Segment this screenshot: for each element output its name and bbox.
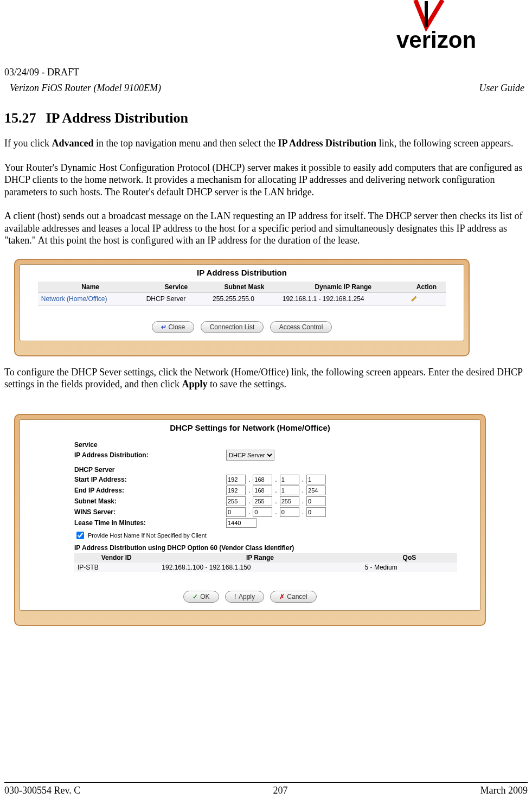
subnet-field: . . . [226, 496, 326, 506]
lease-label: Lease Time in Minutes: [74, 519, 226, 527]
opt60-col-vendor: Vendor ID [74, 553, 158, 563]
panel2-title: DHCP Settings for Network (Home/Office) [20, 420, 480, 437]
col-service: Service [143, 282, 209, 293]
section-heading: 15.27IP Address Distribution [4, 110, 528, 126]
footer-page: 207 [273, 785, 287, 796]
range-cell: 192.168.1.1 - 192.168.1.254 [279, 292, 407, 305]
service-cell: DHCP Server [143, 292, 209, 305]
wins-3[interactable] [280, 507, 299, 517]
wins-label: WINS Server: [74, 508, 226, 516]
col-name: Name [38, 282, 143, 293]
lease-field[interactable] [226, 518, 257, 528]
start-ip-field: . . . [226, 475, 326, 484]
paragraph-1: If you click Advanced in the top navigat… [4, 137, 528, 150]
start-ip-label: Start IP Address: [74, 476, 226, 483]
svg-text:verizon: verizon [396, 27, 476, 53]
cancel-icon: ✗ [279, 593, 285, 600]
subnet-label: Subnet Mask: [74, 497, 226, 505]
network-link[interactable]: Network (Home/Office) [38, 292, 143, 305]
opt60-heading: IP Address Distribution using DHCP Optio… [74, 544, 469, 552]
table-row: Network (Home/Office) DHCP Server 255.25… [38, 292, 446, 305]
col-action: Action [407, 282, 446, 293]
opt60-vendor-cell: IP-STB [74, 563, 158, 572]
end-ip-1[interactable] [226, 485, 246, 495]
start-ip-1[interactable] [226, 475, 246, 484]
connection-list-button[interactable]: Connection List [201, 321, 264, 333]
col-subnet: Subnet Mask [209, 282, 279, 293]
return-icon: ↵ [161, 323, 166, 331]
col-range: Dynamic IP Range [279, 282, 407, 293]
action-cell [407, 292, 446, 305]
end-ip-2[interactable] [253, 485, 272, 495]
section-number: 15.27 [4, 110, 36, 126]
ip-dist-label: IP Address Distribution: [74, 451, 226, 459]
opt60-range-cell: 192.168.1.100 - 192.168.1.150 [158, 563, 361, 572]
opt60-qos-cell: 5 - Medium [362, 563, 458, 572]
apply-icon: ! [234, 593, 236, 600]
paragraph-3: A client (host) sends out a broadcast me… [4, 210, 528, 247]
doc-type: User Guide [479, 82, 525, 94]
section-title: IP Address Distribution [46, 110, 188, 126]
dhcp-server-heading: DHCP Server [74, 466, 469, 474]
paragraph-4: To configure the DHCP Sever settings, cl… [4, 366, 528, 391]
subnet-3[interactable] [280, 496, 299, 506]
wins-4[interactable] [306, 507, 326, 517]
start-ip-2[interactable] [253, 475, 272, 484]
opt60-table: Vendor ID IP Range QoS IP-STB 192.168.1.… [74, 553, 457, 572]
end-ip-field: . . . [226, 485, 326, 495]
page-footer: 030-300554 Rev. C 207 March 2009 [4, 782, 528, 796]
end-ip-4[interactable] [306, 485, 326, 495]
edit-icon[interactable] [411, 295, 418, 302]
access-control-button[interactable]: Access Control [270, 321, 332, 333]
footer-rev: 030-300554 Rev. C [4, 785, 80, 796]
ip-distribution-table: Name Service Subnet Mask Dynamic IP Rang… [38, 282, 446, 306]
footer-date: March 2009 [480, 785, 528, 796]
verizon-logo: verizon [396, 0, 521, 54]
ip-distribution-panel: IP Address Distribution Name Service Sub… [14, 259, 470, 356]
ip-dist-select[interactable]: DHCP Server [226, 450, 274, 461]
opt60-col-qos: QoS [362, 553, 458, 563]
service-heading: Service [74, 441, 469, 449]
end-ip-label: End IP Address: [74, 487, 226, 494]
cancel-button[interactable]: ✗Cancel [270, 591, 316, 603]
subnet-4[interactable] [306, 496, 326, 506]
apply-button[interactable]: !Apply [225, 591, 264, 603]
start-ip-3[interactable] [280, 475, 299, 484]
product-name: Verizon FiOS Router (Model 9100EM) [10, 82, 161, 94]
wins-field: . . . [226, 507, 326, 517]
ok-button[interactable]: ✓OK [183, 591, 219, 603]
panel1-title: IP Address Distribution [20, 265, 464, 282]
provide-host-checkbox[interactable] [76, 532, 84, 539]
wins-1[interactable] [226, 507, 246, 517]
close-button[interactable]: ↵Close [152, 321, 195, 333]
table-row: IP-STB 192.168.1.100 - 192.168.1.150 5 -… [74, 563, 457, 572]
check-icon: ✓ [193, 593, 198, 600]
end-ip-3[interactable] [280, 485, 299, 495]
subnet-2[interactable] [253, 496, 272, 506]
opt60-col-range: IP Range [158, 553, 361, 563]
wins-2[interactable] [253, 507, 272, 517]
paragraph-2: Your Router's Dynamic Host Configuration… [4, 162, 528, 199]
dhcp-settings-panel: DHCP Settings for Network (Home/Office) … [14, 414, 486, 626]
draft-date: 03/24/09 - DRAFT [4, 67, 528, 78]
start-ip-4[interactable] [306, 475, 326, 484]
subnet-1[interactable] [226, 496, 246, 506]
provide-host-label: Provide Host Name If Not Specified by Cl… [88, 532, 207, 539]
subnet-cell: 255.255.255.0 [209, 292, 279, 305]
